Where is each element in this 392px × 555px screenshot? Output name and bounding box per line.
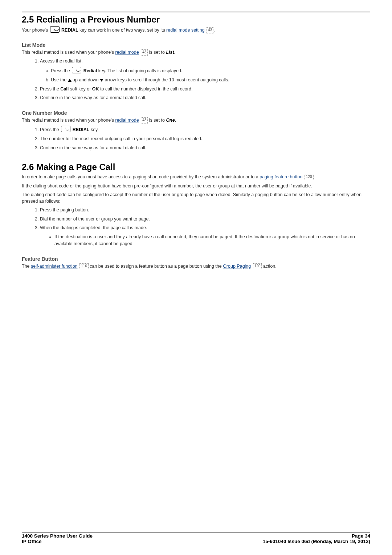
ref-43-b: 43	[141, 49, 148, 56]
section-2-5: 2.5 Redialling a Previous Number Your ph…	[22, 15, 370, 151]
pc-step2: Dial the number of the user or group you…	[40, 216, 370, 223]
lm-step3: Continue in the same way as for a normal…	[40, 94, 370, 101]
redial-key-label-2: Redial	[83, 68, 97, 73]
pc-step3-bullets: If the destination is a user and they al…	[40, 234, 370, 247]
link-redial-mode-1[interactable]: redial mode	[115, 50, 139, 55]
lm-step2-b: soft key or	[70, 86, 92, 92]
subheading-one-mode: One Number Mode	[22, 110, 370, 116]
intro-text-d: .	[213, 28, 215, 33]
footer-right-1: Page 34	[352, 533, 370, 539]
top-rule	[22, 12, 370, 12]
om-desc-b: is set to	[149, 118, 166, 123]
page-footer: 1400 Series Phone User Guide Page 34 IP …	[22, 532, 370, 544]
intro-text-c: key can work in one of two ways, set by …	[79, 28, 166, 33]
lm-substeps: Press the Redial key. The list of outgoi…	[40, 67, 370, 84]
link-redial-mode-setting[interactable]: redial mode setting	[166, 28, 205, 33]
redial-icon-3	[61, 126, 70, 132]
om-step1: Press the REDIAL key.	[40, 126, 370, 133]
p26-3: The dialing short code can be configured…	[22, 191, 370, 204]
section-2-6: 2.6 Making a Page Call In order to make …	[22, 162, 370, 269]
fb-c: action.	[263, 264, 277, 269]
ok-key: OK	[92, 86, 99, 92]
subheading-feature-button: Feature Button	[22, 256, 370, 262]
one-mode-steps: Press the REDIAL key. The number for the…	[22, 126, 370, 151]
lm-step1-text: Access the redial list.	[40, 58, 82, 64]
feature-button-desc: The self-administer function 116 can be …	[22, 263, 370, 270]
p26-2: If the dialing short code or the paging …	[22, 183, 370, 189]
pc-step1: Press the paging button.	[40, 207, 370, 214]
lm-desc-a: This redial method is used when your pho…	[22, 50, 115, 55]
om-step1-b: key.	[91, 127, 99, 132]
footer-rule	[22, 532, 370, 532]
lm-step1b-b: up and down	[73, 77, 100, 82]
heading-2-5: 2.5 Redialling a Previous Number	[22, 15, 370, 25]
call-key: Call	[60, 86, 69, 92]
list-mode-steps: Access the redial list. Press the Redial…	[22, 58, 370, 101]
link-redial-mode-2[interactable]: redial mode	[115, 118, 139, 123]
intro-2-5: Your phone's REDIAL key can work in one …	[22, 26, 370, 33]
ref-43-c: 43	[141, 117, 148, 123]
intro-text-a: Your phone's	[22, 28, 49, 33]
arrow-up-icon	[68, 79, 72, 82]
om-desc-c: .	[175, 118, 176, 123]
footer-left-1: 1400 Series Phone User Guide	[22, 533, 93, 539]
redial-icon	[50, 26, 60, 33]
subheading-list-mode: List Mode	[22, 42, 370, 48]
ref-43-a: 43	[207, 27, 213, 33]
pc-bullet: If the destination is a user and they al…	[54, 234, 370, 247]
link-paging-feature-button[interactable]: paging feature button	[260, 174, 302, 179]
pc-step3-text: When the dialing is completed, the page …	[40, 225, 147, 230]
pc-step3: When the dialing is completed, the page …	[40, 224, 370, 247]
lm-desc-b: is set to	[149, 50, 166, 55]
lm-step1b: Use the up and down arrow keys to scroll…	[51, 77, 370, 84]
om-step2: The number for the most recent outgoing …	[40, 135, 370, 142]
page-call-steps: Press the paging button. Dial the number…	[22, 207, 370, 247]
footer-left-2: IP Office	[22, 539, 42, 544]
link-self-administer[interactable]: self-administer function	[31, 264, 78, 269]
lm-step1b-c: arrow keys to scroll through the 10 most…	[105, 77, 229, 82]
heading-2-6: 2.6 Making a Page Call	[22, 162, 370, 172]
one-mode-desc: This redial method is used when your pho…	[22, 117, 370, 123]
lm-step2: Press the Call soft key or OK to call th…	[40, 86, 370, 93]
redial-key-label-3: REDIAL	[73, 127, 90, 132]
ref-120-b: 120	[253, 263, 262, 270]
arrow-down-icon	[100, 79, 103, 82]
lm-step1a-b: key. The list of outgoing calls is displ…	[98, 68, 183, 73]
p26-1: In order to make page calls you must hav…	[22, 174, 370, 180]
lm-step1: Access the redial list. Press the Redial…	[40, 58, 370, 83]
redial-icon-2	[72, 67, 81, 73]
lm-desc-c: .	[174, 50, 175, 55]
list-mode-value: List	[166, 50, 174, 55]
list-mode-desc: This redial method is used when your pho…	[22, 49, 370, 56]
lm-step1a: Press the Redial key. The list of outgoi…	[51, 67, 370, 74]
lm-step2-a: Press the	[40, 86, 60, 92]
om-desc-a: This redial method is used when your pho…	[22, 118, 115, 123]
lm-step1b-a: Use the	[51, 77, 68, 82]
redial-key-label: REDIAL	[61, 28, 78, 33]
link-group-paging[interactable]: Group Paging	[223, 264, 251, 269]
footer-right-2: 15-601040 Issue 06d (Monday, March 19, 2…	[263, 539, 370, 544]
ref-120-a: 120	[305, 174, 314, 180]
lm-step1a-a: Press the	[51, 68, 71, 73]
one-mode-value: One	[166, 118, 175, 123]
om-step1-a: Press the	[40, 127, 60, 132]
p26-1a: In order to make page calls you must hav…	[22, 174, 260, 179]
lm-step2-c: to call the number displayed in the call…	[100, 86, 192, 92]
p26-1b: .	[314, 174, 315, 179]
ref-116: 116	[79, 263, 89, 270]
fb-a: The	[22, 264, 31, 269]
om-step3: Continue in the same way as for a normal…	[40, 145, 370, 151]
fb-b: can be used to assign a feature button a…	[90, 264, 223, 269]
